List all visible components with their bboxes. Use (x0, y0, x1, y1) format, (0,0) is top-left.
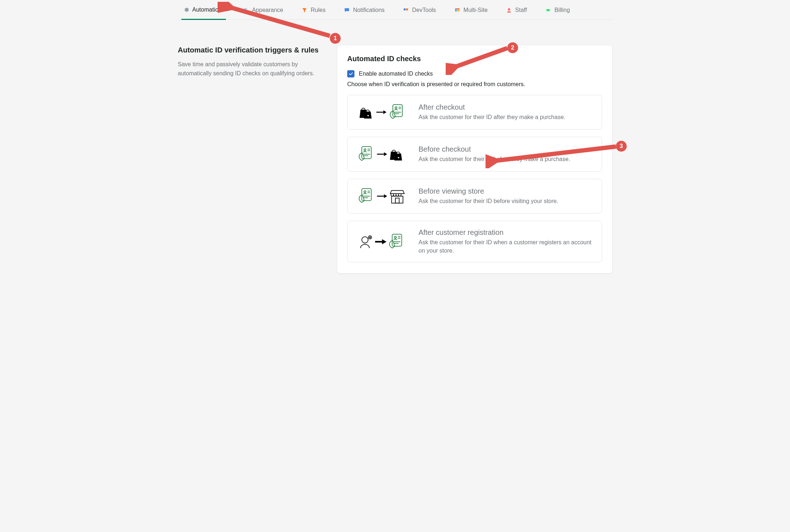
terminal-icon (403, 7, 409, 13)
tab-billing[interactable]: Billing (543, 7, 571, 19)
enable-checkbox-label: Enable automated ID checks (359, 71, 433, 77)
option-desc: Ask the customer for their ID before vis… (419, 197, 558, 205)
tab-appearance[interactable]: Appearance (241, 7, 285, 19)
cash-icon (545, 7, 551, 13)
svg-rect-40 (392, 234, 402, 246)
svg-point-35 (362, 237, 368, 243)
svg-point-11 (547, 9, 549, 11)
option-title: After customer registration (419, 228, 594, 237)
option-title: Before viewing store (419, 187, 558, 195)
svg-point-27 (364, 191, 366, 193)
option-after-checkout[interactable]: After checkout Ask the customer for thei… (347, 95, 602, 130)
tab-label: Multi-Site (463, 7, 488, 13)
svg-rect-33 (392, 196, 403, 203)
automated-id-checks-card: Automated ID checks Enable automated ID … (337, 45, 612, 273)
svg-rect-19 (362, 147, 371, 159)
settings-tabs: Automations Appearance Rules Notificatio… (178, 0, 612, 20)
gear-icon (183, 7, 189, 13)
option-desc: Ask the customer for their ID after they… (419, 113, 566, 121)
chat-icon (344, 7, 350, 13)
tab-label: Automations (192, 7, 224, 13)
svg-point-9 (508, 8, 510, 11)
user-to-id-icon (356, 232, 410, 252)
tab-automations[interactable]: Automations (181, 7, 226, 20)
section-title: Automatic ID verification triggers & rul… (178, 45, 323, 55)
tab-label: Appearance (252, 7, 283, 13)
card-helptext: Choose when ID verification is presented… (347, 81, 602, 88)
bags-to-id-icon (356, 102, 410, 122)
id-to-bags-icon (356, 144, 410, 164)
check-icon (348, 71, 353, 76)
svg-point-3 (347, 9, 347, 10)
annotation-badge-1: 1 (330, 33, 341, 44)
svg-rect-6 (455, 9, 457, 12)
option-title: Before checkout (419, 145, 570, 153)
tab-label: Rules (311, 7, 325, 13)
section-subtitle: Save time and passively validate custome… (178, 60, 323, 78)
svg-rect-5 (406, 8, 408, 10)
option-desc: Ask the customer for their ID when a cus… (419, 238, 594, 255)
svg-rect-8 (455, 8, 459, 9)
store-icon (454, 7, 461, 13)
tab-staff[interactable]: Staff (504, 7, 529, 19)
svg-rect-0 (244, 8, 247, 11)
tab-devtools[interactable]: DevTools (401, 7, 437, 19)
svg-point-20 (364, 149, 366, 151)
enable-automated-checkbox[interactable] (347, 70, 354, 77)
card-title: Automated ID checks (347, 55, 602, 63)
svg-point-2 (346, 9, 346, 10)
tab-label: Notifications (353, 7, 385, 13)
tab-rules[interactable]: Rules (300, 7, 327, 19)
option-after-registration[interactable]: After customer registration Ask the cust… (347, 221, 602, 262)
svg-rect-26 (362, 189, 371, 200)
svg-point-14 (395, 107, 397, 109)
tab-label: DevTools (412, 7, 436, 13)
tab-label: Billing (554, 7, 570, 13)
option-title: After checkout (419, 103, 566, 111)
annotation-badge-3: 3 (616, 141, 627, 152)
id-to-store-icon (356, 186, 410, 206)
tab-notifications[interactable]: Notifications (342, 7, 386, 19)
section-description: Automatic ID verification triggers & rul… (178, 45, 323, 273)
svg-rect-34 (395, 198, 399, 203)
tab-label: Staff (515, 7, 527, 13)
svg-rect-13 (393, 105, 402, 117)
option-before-viewing-store[interactable]: Before viewing store Ask the customer fo… (347, 179, 602, 214)
enable-checkbox-row: Enable automated ID checks (347, 70, 602, 77)
svg-rect-4 (404, 8, 405, 10)
option-before-checkout[interactable]: Before checkout Ask the customer for the… (347, 137, 602, 172)
person-icon (506, 7, 512, 13)
svg-point-41 (394, 236, 396, 238)
tab-multisite[interactable]: Multi-Site (453, 7, 489, 19)
filter-icon (301, 7, 308, 13)
option-desc: Ask the customer for their ID before the… (419, 155, 570, 163)
palette-icon (243, 7, 249, 13)
